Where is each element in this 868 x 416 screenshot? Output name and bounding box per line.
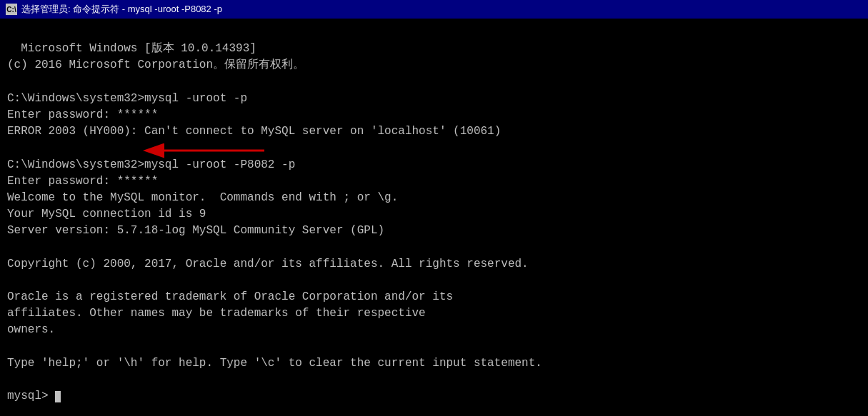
cmd-icon: C:\ bbox=[6, 4, 17, 15]
line-1: Microsoft Windows [版本 10.0.14393] (c) 20… bbox=[7, 42, 542, 402]
terminal-body[interactable]: Microsoft Windows [版本 10.0.14393] (c) 20… bbox=[0, 19, 868, 416]
cursor bbox=[55, 391, 61, 402]
window-title: 选择管理员: 命令提示符 - mysql -uroot -P8082 -p bbox=[21, 3, 222, 16]
red-arrow bbox=[129, 129, 271, 172]
title-bar: C:\ 选择管理员: 命令提示符 - mysql -uroot -P8082 -… bbox=[0, 0, 868, 19]
